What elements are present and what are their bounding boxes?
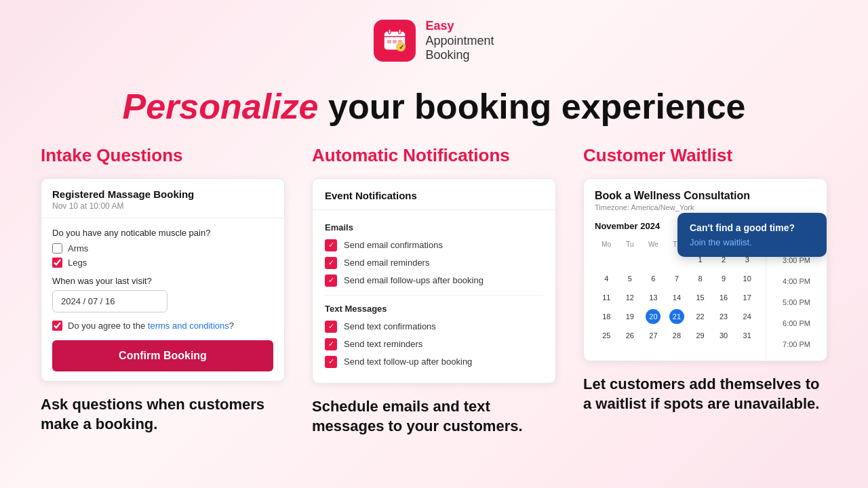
cal-day-empty xyxy=(642,250,665,269)
notif-email-1: ✓ Send email confirmations xyxy=(325,239,543,251)
cal-header-mo: Mo xyxy=(595,239,618,250)
time-slot-500pm[interactable]: 5:00 PM xyxy=(766,296,827,309)
cal-day-8[interactable]: 8 xyxy=(688,269,712,288)
cal-day-10[interactable]: 10 xyxy=(735,269,759,288)
svg-rect-6 xyxy=(393,40,397,43)
cal-day-26[interactable]: 26 xyxy=(618,326,642,345)
check-icon-4: ✓ xyxy=(325,321,337,333)
emails-section-title: Emails xyxy=(325,222,543,232)
svg-rect-4 xyxy=(399,29,401,34)
legs-label: Legs xyxy=(68,258,87,268)
cal-day-13[interactable]: 13 xyxy=(642,288,665,307)
cal-day-30[interactable]: 30 xyxy=(712,326,736,345)
notifications-description: Schedule emails and text messages to you… xyxy=(312,397,556,436)
arms-checkbox[interactable] xyxy=(52,243,62,253)
logo-booking: Booking xyxy=(425,48,494,63)
time-slot-400pm[interactable]: 4:00 PM xyxy=(766,274,827,288)
notif-divider xyxy=(325,295,543,296)
arms-label: Arms xyxy=(68,243,88,253)
cal-day-12[interactable]: 12 xyxy=(618,288,642,307)
cal-day-22[interactable]: 22 xyxy=(688,307,712,326)
confirm-booking-button[interactable]: Confirm Booking xyxy=(52,340,273,371)
intake-card: Registered Massage Booking Nov 10 at 10:… xyxy=(41,178,285,382)
date-input[interactable] xyxy=(52,290,167,312)
cal-header-tu: Tu xyxy=(618,239,642,250)
cal-day-23[interactable]: 23 xyxy=(712,307,736,326)
intake-card-header: Registered Massage Booking Nov 10 at 10:… xyxy=(41,179,284,218)
intake-booking-subtitle: Nov 10 at 10:00 AM xyxy=(52,201,273,211)
legs-checkbox[interactable] xyxy=(52,258,62,268)
when-visit-section: When was your last visit? xyxy=(52,276,273,312)
terms-qmark: ? xyxy=(229,321,234,331)
check-icon-2: ✓ xyxy=(325,257,337,269)
legs-checkbox-row: Legs xyxy=(52,258,273,268)
intake-question1: Do you have any noticable muscle pain? xyxy=(52,228,273,238)
features-columns: Intake Questions Registered Massage Book… xyxy=(0,145,868,436)
intake-body: Do you have any noticable muscle pain? A… xyxy=(41,218,284,381)
cal-day-27[interactable]: 27 xyxy=(642,326,665,345)
popup-join-link[interactable]: Join the waitlist. xyxy=(690,237,814,247)
cal-day-empty xyxy=(595,250,618,269)
waitlist-booking-title: Book a Wellness Consultation xyxy=(595,190,759,202)
notif-text-2-text: Send text reminders xyxy=(344,339,422,349)
notif-text-3-text: Send text follow-up after booking xyxy=(344,357,472,367)
check-icon-6: ✓ xyxy=(325,356,337,368)
cal-day-5[interactable]: 5 xyxy=(618,269,642,288)
svg-rect-3 xyxy=(389,29,391,34)
cal-day-28[interactable]: 28 xyxy=(665,326,689,345)
arms-checkbox-row: Arms xyxy=(52,243,273,253)
hero-highlight: Personalize xyxy=(123,87,319,126)
cal-day-11[interactable]: 11 xyxy=(595,288,618,307)
cal-day-31[interactable]: 31 xyxy=(735,326,759,345)
logo-appointment: Appointment xyxy=(425,34,494,49)
notif-email-3: ✓ Send email follow-ups after booking xyxy=(325,274,543,287)
waitlist-card: Book a Wellness Consultation Timezone: A… xyxy=(583,178,827,361)
cal-day-15[interactable]: 15 xyxy=(688,288,712,307)
terms-link[interactable]: terms and conditions xyxy=(148,321,229,331)
terms-text: Do you agree to the xyxy=(68,321,148,331)
intake-description: Ask questions when customers make a book… xyxy=(41,395,285,434)
notifications-col-title: Automatic Notifications xyxy=(312,145,556,166)
cal-day-empty xyxy=(618,250,642,269)
hero-rest: your booking experience xyxy=(319,87,746,126)
notif-email-2: ✓ Send email reminders xyxy=(325,257,543,269)
intake-booking-title: Registered Massage Booking xyxy=(52,188,273,200)
waitlist-col: Customer Waitlist Book a Wellness Consul… xyxy=(570,145,841,436)
waitlist-timezone: Timezone: America/New_York xyxy=(595,203,759,211)
hero-title: Personalize your booking experience xyxy=(0,87,868,126)
cal-day-9[interactable]: 9 xyxy=(712,269,736,288)
cal-day-7[interactable]: 7 xyxy=(665,269,689,288)
intake-col: Intake Questions Registered Massage Book… xyxy=(27,145,298,436)
time-slot-600pm[interactable]: 6:00 PM xyxy=(766,317,827,330)
intake-col-title: Intake Questions xyxy=(41,145,285,166)
cal-day-29[interactable]: 29 xyxy=(688,326,712,345)
terms-checkbox[interactable] xyxy=(52,321,62,331)
app-logo-icon: ✓ xyxy=(374,20,416,62)
cal-week-2: 4 5 6 7 8 9 10 xyxy=(595,269,759,288)
notif-text-1-text: Send text confirmations xyxy=(344,321,436,331)
cal-day-16[interactable]: 16 xyxy=(712,288,736,307)
notif-body: Emails ✓ Send email confirmations ✓ Send… xyxy=(313,210,555,383)
terms-row: Do you agree to the terms and conditions… xyxy=(52,321,273,331)
time-slot-700pm[interactable]: 7:00 PM xyxy=(766,338,827,351)
cal-day-24[interactable]: 24 xyxy=(735,307,759,326)
cal-day-4[interactable]: 4 xyxy=(595,269,618,288)
header: ✓ Easy Appointment Booking xyxy=(0,0,868,74)
cal-day-18[interactable]: 18 xyxy=(595,307,618,326)
cal-day-6[interactable]: 6 xyxy=(642,269,665,288)
cal-header-we: We xyxy=(642,239,665,250)
cal-day-17[interactable]: 17 xyxy=(735,288,759,307)
cal-day-20[interactable]: 20 xyxy=(642,307,665,326)
notifications-col: Automatic Notifications Event Notificati… xyxy=(298,145,570,436)
cal-week-5: 25 26 27 28 29 30 31 xyxy=(595,326,759,345)
cal-week-4: 18 19 20 21 22 23 24 xyxy=(595,307,759,326)
notif-email-3-text: Send email follow-ups after booking xyxy=(344,275,484,285)
cal-day-14[interactable]: 14 xyxy=(665,288,689,307)
cal-day-19[interactable]: 19 xyxy=(618,307,642,326)
cal-day-21[interactable]: 21 xyxy=(665,307,689,326)
waitlist-col-title: Customer Waitlist xyxy=(583,145,827,166)
calendar-month: November 2024 xyxy=(595,221,660,231)
logo-text: Easy Appointment Booking xyxy=(425,19,494,63)
terms-label: Do you agree to the terms and conditions… xyxy=(68,321,234,331)
cal-day-25[interactable]: 25 xyxy=(595,326,618,345)
